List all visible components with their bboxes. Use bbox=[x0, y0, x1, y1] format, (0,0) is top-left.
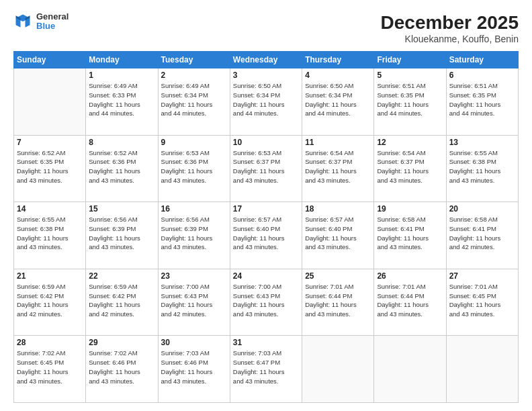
calendar-cell: 30Sunrise: 7:03 AMSunset: 6:46 PMDayligh… bbox=[158, 336, 230, 403]
calendar-cell: 29Sunrise: 7:02 AMSunset: 6:46 PMDayligh… bbox=[86, 336, 158, 403]
calendar-header-row: Sunday Monday Tuesday Wednesday Thursday… bbox=[14, 52, 519, 68]
day-info: Sunrise: 7:00 AMSunset: 6:43 PMDaylight:… bbox=[233, 282, 299, 319]
day-number: 22 bbox=[89, 271, 154, 281]
calendar-table: Sunday Monday Tuesday Wednesday Thursday… bbox=[13, 51, 519, 403]
day-number: 21 bbox=[17, 271, 83, 281]
day-info: Sunrise: 6:52 AMSunset: 6:35 PMDaylight:… bbox=[17, 148, 83, 185]
day-info: Sunrise: 6:50 AMSunset: 6:34 PMDaylight:… bbox=[305, 81, 371, 118]
calendar-cell: 7Sunrise: 6:52 AMSunset: 6:35 PMDaylight… bbox=[14, 135, 86, 202]
calendar-cell: 18Sunrise: 6:57 AMSunset: 6:40 PMDayligh… bbox=[302, 202, 374, 269]
day-number: 14 bbox=[17, 204, 83, 214]
day-info: Sunrise: 6:50 AMSunset: 6:34 PMDaylight:… bbox=[233, 81, 299, 118]
day-info: Sunrise: 7:03 AMSunset: 6:47 PMDaylight:… bbox=[233, 349, 299, 385]
day-number: 26 bbox=[377, 271, 443, 281]
day-info: Sunrise: 6:55 AMSunset: 6:38 PMDaylight:… bbox=[449, 148, 515, 185]
calendar-cell: 25Sunrise: 7:01 AMSunset: 6:44 PMDayligh… bbox=[302, 269, 374, 336]
calendar-week-row-2: 14Sunrise: 6:55 AMSunset: 6:38 PMDayligh… bbox=[14, 202, 519, 269]
day-number: 17 bbox=[233, 204, 299, 214]
day-info: Sunrise: 6:54 AMSunset: 6:37 PMDaylight:… bbox=[377, 148, 443, 185]
day-info: Sunrise: 6:59 AMSunset: 6:42 PMDaylight:… bbox=[89, 282, 154, 319]
day-info: Sunrise: 6:58 AMSunset: 6:41 PMDaylight:… bbox=[377, 215, 443, 252]
day-info: Sunrise: 6:53 AMSunset: 6:36 PMDaylight:… bbox=[161, 148, 227, 185]
day-number: 23 bbox=[161, 271, 227, 281]
day-number: 18 bbox=[305, 204, 371, 214]
calendar-cell bbox=[374, 336, 446, 403]
calendar-cell: 22Sunrise: 6:59 AMSunset: 6:42 PMDayligh… bbox=[86, 269, 158, 336]
col-tuesday: Tuesday bbox=[158, 52, 230, 68]
col-sunday: Sunday bbox=[14, 52, 86, 68]
day-number: 8 bbox=[89, 138, 154, 147]
day-number: 24 bbox=[233, 271, 299, 281]
logo: General Blue bbox=[13, 12, 69, 32]
calendar-cell: 12Sunrise: 6:54 AMSunset: 6:37 PMDayligh… bbox=[374, 135, 446, 202]
day-info: Sunrise: 7:01 AMSunset: 6:44 PMDaylight:… bbox=[305, 282, 371, 319]
day-info: Sunrise: 6:56 AMSunset: 6:39 PMDaylight:… bbox=[161, 215, 227, 252]
col-monday: Monday bbox=[86, 52, 158, 68]
calendar-cell: 9Sunrise: 6:53 AMSunset: 6:36 PMDaylight… bbox=[158, 135, 230, 202]
calendar-cell: 16Sunrise: 6:56 AMSunset: 6:39 PMDayligh… bbox=[158, 202, 230, 269]
calendar-cell: 19Sunrise: 6:58 AMSunset: 6:41 PMDayligh… bbox=[374, 202, 446, 269]
calendar-cell: 26Sunrise: 7:01 AMSunset: 6:44 PMDayligh… bbox=[374, 269, 446, 336]
calendar-cell: 6Sunrise: 6:51 AMSunset: 6:35 PMDaylight… bbox=[446, 68, 518, 136]
day-info: Sunrise: 6:55 AMSunset: 6:38 PMDaylight:… bbox=[17, 215, 83, 252]
day-number: 3 bbox=[233, 71, 299, 80]
day-info: Sunrise: 7:01 AMSunset: 6:45 PMDaylight:… bbox=[449, 282, 515, 319]
logo-general-text: General bbox=[36, 12, 69, 21]
day-number: 13 bbox=[449, 138, 515, 147]
day-number: 12 bbox=[377, 138, 443, 147]
calendar-cell: 15Sunrise: 6:56 AMSunset: 6:39 PMDayligh… bbox=[86, 202, 158, 269]
calendar-cell: 11Sunrise: 6:54 AMSunset: 6:37 PMDayligh… bbox=[302, 135, 374, 202]
calendar-cell: 31Sunrise: 7:03 AMSunset: 6:47 PMDayligh… bbox=[230, 336, 302, 403]
calendar-cell: 17Sunrise: 6:57 AMSunset: 6:40 PMDayligh… bbox=[230, 202, 302, 269]
page: General Blue December 2025 Klouekanme, K… bbox=[0, 0, 532, 411]
day-number: 6 bbox=[449, 71, 515, 80]
day-number: 31 bbox=[233, 338, 299, 347]
day-info: Sunrise: 6:57 AMSunset: 6:40 PMDaylight:… bbox=[233, 215, 299, 252]
day-info: Sunrise: 6:58 AMSunset: 6:41 PMDaylight:… bbox=[449, 215, 515, 252]
header: General Blue December 2025 Klouekanme, K… bbox=[13, 12, 519, 44]
calendar-week-row-1: 7Sunrise: 6:52 AMSunset: 6:35 PMDaylight… bbox=[14, 135, 519, 202]
calendar-cell: 14Sunrise: 6:55 AMSunset: 6:38 PMDayligh… bbox=[14, 202, 86, 269]
day-number: 9 bbox=[161, 138, 227, 147]
day-number: 20 bbox=[449, 204, 515, 214]
month-title: December 2025 bbox=[381, 12, 519, 34]
calendar-cell: 28Sunrise: 7:02 AMSunset: 6:45 PMDayligh… bbox=[14, 336, 86, 403]
calendar-cell: 21Sunrise: 6:59 AMSunset: 6:42 PMDayligh… bbox=[14, 269, 86, 336]
day-number: 29 bbox=[89, 338, 154, 347]
col-saturday: Saturday bbox=[446, 52, 518, 68]
day-info: Sunrise: 6:49 AMSunset: 6:34 PMDaylight:… bbox=[161, 81, 227, 118]
day-info: Sunrise: 6:49 AMSunset: 6:33 PMDaylight:… bbox=[89, 81, 154, 118]
day-number: 15 bbox=[89, 204, 154, 214]
day-info: Sunrise: 6:57 AMSunset: 6:40 PMDaylight:… bbox=[305, 215, 371, 252]
calendar-cell: 3Sunrise: 6:50 AMSunset: 6:34 PMDaylight… bbox=[230, 68, 302, 136]
day-number: 4 bbox=[305, 71, 371, 80]
day-number: 19 bbox=[377, 204, 443, 214]
col-thursday: Thursday bbox=[302, 52, 374, 68]
day-info: Sunrise: 7:02 AMSunset: 6:45 PMDaylight:… bbox=[17, 349, 83, 385]
day-info: Sunrise: 6:52 AMSunset: 6:36 PMDaylight:… bbox=[89, 148, 154, 185]
calendar-cell: 2Sunrise: 6:49 AMSunset: 6:34 PMDaylight… bbox=[158, 68, 230, 136]
calendar-cell: 10Sunrise: 6:53 AMSunset: 6:37 PMDayligh… bbox=[230, 135, 302, 202]
calendar-cell: 4Sunrise: 6:50 AMSunset: 6:34 PMDaylight… bbox=[302, 68, 374, 136]
day-number: 5 bbox=[377, 71, 443, 80]
day-number: 30 bbox=[161, 338, 227, 347]
calendar-cell bbox=[446, 336, 518, 403]
day-info: Sunrise: 6:51 AMSunset: 6:35 PMDaylight:… bbox=[377, 81, 443, 118]
location-title: Klouekanme, Kouffo, Benin bbox=[381, 34, 519, 44]
calendar-week-row-0: 1Sunrise: 6:49 AMSunset: 6:33 PMDaylight… bbox=[14, 68, 519, 136]
day-info: Sunrise: 7:02 AMSunset: 6:46 PMDaylight:… bbox=[89, 349, 154, 385]
day-number: 11 bbox=[305, 138, 371, 147]
calendar-cell: 20Sunrise: 6:58 AMSunset: 6:41 PMDayligh… bbox=[446, 202, 518, 269]
day-info: Sunrise: 6:54 AMSunset: 6:37 PMDaylight:… bbox=[305, 148, 371, 185]
day-number: 27 bbox=[449, 271, 515, 281]
calendar-week-row-3: 21Sunrise: 6:59 AMSunset: 6:42 PMDayligh… bbox=[14, 269, 519, 336]
calendar-cell: 8Sunrise: 6:52 AMSunset: 6:36 PMDaylight… bbox=[86, 135, 158, 202]
col-friday: Friday bbox=[374, 52, 446, 68]
day-number: 7 bbox=[17, 138, 83, 147]
day-info: Sunrise: 6:59 AMSunset: 6:42 PMDaylight:… bbox=[17, 282, 83, 319]
logo-blue-text: Blue bbox=[36, 21, 69, 31]
calendar-cell: 5Sunrise: 6:51 AMSunset: 6:35 PMDaylight… bbox=[374, 68, 446, 136]
day-info: Sunrise: 7:00 AMSunset: 6:43 PMDaylight:… bbox=[161, 282, 227, 319]
calendar-cell: 24Sunrise: 7:00 AMSunset: 6:43 PMDayligh… bbox=[230, 269, 302, 336]
day-info: Sunrise: 7:01 AMSunset: 6:44 PMDaylight:… bbox=[377, 282, 443, 319]
